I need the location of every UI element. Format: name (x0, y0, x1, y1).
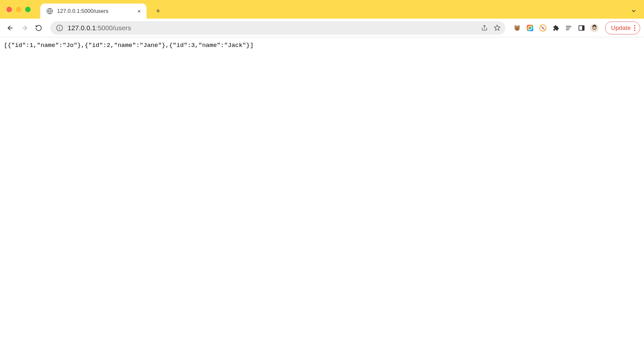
profile-avatar[interactable] (590, 24, 599, 32)
window-controls (6, 7, 31, 12)
browser-titlebar: 127.0.0.1:5000/users (0, 0, 644, 19)
extensions-puzzle-icon[interactable] (552, 24, 560, 32)
response-body: [{"id":1,"name":"Jo"},{"id":2,"name":"Ja… (4, 42, 640, 49)
window-close-button[interactable] (6, 7, 12, 12)
svg-point-2 (59, 26, 60, 27)
globe-icon (46, 8, 53, 15)
extension-clock-icon[interactable] (539, 24, 547, 32)
browser-tab[interactable]: 127.0.0.1:5000/users (40, 4, 147, 19)
tab-title: 127.0.0.1:5000/users (57, 8, 132, 14)
window-maximize-button[interactable] (25, 7, 31, 12)
svg-rect-14 (582, 25, 584, 30)
url-path: :5000/users (96, 24, 131, 32)
site-info-icon[interactable] (56, 24, 63, 32)
tab-strip: 127.0.0.1:5000/users (40, 0, 164, 19)
side-panel-icon[interactable] (577, 24, 586, 32)
url-text: 127.0.0.1:5000/users (68, 24, 477, 32)
window-minimize-button[interactable] (16, 7, 21, 12)
back-button[interactable] (5, 22, 16, 34)
reading-list-icon[interactable] (564, 24, 573, 32)
update-button[interactable]: Update (605, 22, 640, 34)
extension-gradient-icon[interactable] (526, 24, 534, 32)
tab-search-button[interactable] (630, 8, 637, 14)
extension-bear-icon[interactable] (513, 24, 521, 32)
share-icon[interactable] (481, 24, 488, 31)
address-bar-actions (481, 24, 501, 32)
svg-point-18 (595, 27, 595, 28)
svg-point-5 (518, 25, 520, 27)
extensions-area: Update (513, 22, 640, 34)
browser-toolbar: 127.0.0.1:5000/users (0, 19, 644, 37)
svg-point-17 (593, 27, 594, 28)
url-host: 127.0.0.1 (68, 24, 96, 32)
forward-button[interactable] (19, 22, 30, 34)
address-bar[interactable]: 127.0.0.1:5000/users (50, 21, 505, 35)
bookmark-star-icon[interactable] (494, 24, 501, 32)
page-content: [{"id":1,"name":"Jo"},{"id":2,"name":"Ja… (0, 37, 644, 53)
update-label: Update (611, 24, 631, 32)
svg-point-8 (516, 29, 518, 30)
svg-point-12 (542, 27, 543, 28)
reload-button[interactable] (33, 22, 44, 34)
new-tab-button[interactable] (152, 5, 164, 17)
vertical-dots-icon (634, 25, 635, 31)
tab-close-button[interactable] (136, 8, 142, 14)
svg-point-6 (516, 27, 516, 28)
svg-point-4 (514, 25, 516, 27)
svg-point-7 (518, 27, 518, 28)
